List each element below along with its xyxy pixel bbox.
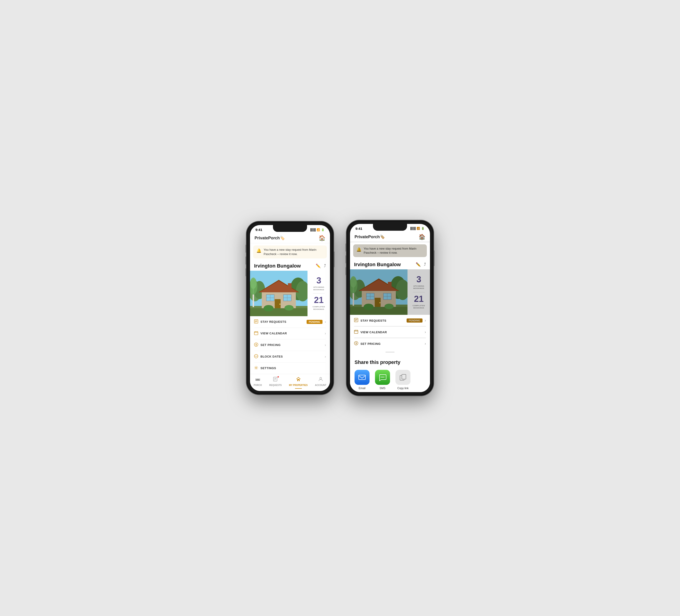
wifi-icon-2: 📶 bbox=[417, 227, 420, 230]
notch-2 bbox=[373, 224, 407, 231]
stats-overlay-2: 3 UPCOMINGBOOKINGS 21 COMPLETEDBOOKINGS bbox=[407, 269, 430, 315]
my-properties-nav-icon bbox=[296, 376, 301, 383]
stat-divider-2 bbox=[413, 292, 425, 292]
home-icon-button-2[interactable]: 🏠 bbox=[419, 234, 425, 240]
phones-container: 9:41 ▐▐▐ 📶 🔋 PrivatePorch🏷️ 🏠 bbox=[247, 221, 433, 395]
share-option-copy[interactable]: Copy link bbox=[395, 370, 410, 390]
pending-badge: PENDING bbox=[307, 320, 322, 324]
nav-account[interactable]: ACCOUNT bbox=[315, 376, 327, 386]
bell-icon: 🔔 bbox=[256, 248, 261, 254]
notification-text: You have a new stay request from Marin P… bbox=[264, 248, 323, 256]
stat-divider bbox=[313, 293, 325, 293]
phone-1-screen: 9:41 ▐▐▐ 📶 🔋 PrivatePorch🏷️ 🏠 bbox=[250, 225, 330, 391]
svg-point-20 bbox=[285, 305, 294, 310]
nav-my-properties[interactable]: MY PROPERTIES bbox=[289, 376, 308, 386]
status-icons-2: ▐▐▐ 📶 🔋 bbox=[409, 227, 425, 230]
svg-rect-87 bbox=[402, 374, 406, 379]
property-image-wrap: 3 UPCOMINGBOOKINGS 21 COMPLETEDBOOKINGS bbox=[250, 271, 330, 316]
bottom-nav: PORCH REQUESTS MY PROPERTIES bbox=[250, 374, 330, 391]
share-icon-2[interactable]: ⤴ bbox=[424, 262, 426, 267]
battery-icon: 🔋 bbox=[321, 228, 324, 231]
notch bbox=[273, 225, 307, 232]
menu-item-settings[interactable]: SETTINGS bbox=[254, 363, 326, 374]
svg-rect-37 bbox=[256, 380, 260, 381]
share-sheet-title: Share this property bbox=[355, 359, 425, 365]
share-option-sms[interactable]: SMS bbox=[375, 370, 390, 390]
svg-rect-82 bbox=[359, 375, 365, 380]
completed-label-2: COMPLETEDBOOKINGS bbox=[413, 305, 425, 309]
upcoming-number-2: 3 bbox=[416, 275, 421, 284]
svg-rect-76 bbox=[354, 330, 358, 333]
svg-rect-39 bbox=[255, 379, 256, 381]
svg-rect-66 bbox=[388, 282, 392, 291]
share-sheet: Share this property Email bbox=[350, 352, 430, 392]
app-header-2: PrivatePorch🏷️ 🏠 bbox=[350, 231, 430, 242]
menu-item-set-pricing[interactable]: $ SET PRICING › bbox=[254, 339, 326, 351]
stay-requests-icon-2 bbox=[354, 318, 361, 323]
chevron-icon-2a: › bbox=[425, 318, 426, 323]
menu-item-view-calendar[interactable]: VIEW CALENDAR › bbox=[254, 328, 326, 339]
porch-nav-label: PORCH bbox=[254, 384, 262, 386]
phone-2-screen: 9:41 ▐▐▐ 📶 🔋 PrivatePorch🏷️ 🏠 bbox=[350, 224, 430, 392]
svg-rect-46 bbox=[298, 380, 299, 381]
menu-item-block-dates[interactable]: BLOCK DATES › bbox=[254, 351, 326, 363]
set-pricing-label: SET PRICING bbox=[260, 343, 325, 347]
home-icon-button[interactable]: 🏠 bbox=[319, 235, 325, 241]
app-logo-2: PrivatePorch🏷️ bbox=[355, 234, 385, 240]
edit-icon-2[interactable]: ✏️ bbox=[416, 262, 421, 267]
svg-rect-54 bbox=[350, 307, 407, 315]
phone-2-frame: 9:41 ▐▐▐ 📶 🔋 PrivatePorch🏷️ 🏠 bbox=[347, 221, 433, 395]
status-icons: ▐▐▐ 📶 🔋 bbox=[310, 228, 324, 231]
svg-point-85 bbox=[384, 376, 384, 377]
upcoming-label: UPCOMINGBOOKINGS bbox=[313, 286, 324, 291]
svg-rect-40 bbox=[259, 379, 260, 381]
edit-icon[interactable]: ✏️ bbox=[316, 263, 321, 269]
porch-nav-icon bbox=[255, 376, 260, 383]
phone-2-background: 9:41 ▐▐▐ 📶 🔋 PrivatePorch🏷️ 🏠 bbox=[350, 224, 430, 349]
menu-item-stay-requests[interactable]: STAY REQUESTS PENDING › bbox=[254, 316, 326, 328]
menu-item-stay-requests-2[interactable]: STAY REQUESTS PENDING › bbox=[354, 315, 426, 327]
nav-porch[interactable]: PORCH bbox=[254, 376, 262, 386]
bell-icon-2: 🔔 bbox=[357, 247, 361, 253]
account-nav-icon bbox=[318, 376, 323, 383]
requests-nav-icon bbox=[273, 376, 278, 383]
signal-icon-2: ▐▐▐ bbox=[409, 227, 416, 230]
svg-point-36 bbox=[255, 367, 257, 368]
account-nav-label: ACCOUNT bbox=[315, 384, 327, 386]
wifi-icon: 📶 bbox=[317, 228, 320, 231]
requests-badge bbox=[277, 376, 279, 378]
property-title-row-2: Irvington Bungalow ✏️ ⤴ bbox=[350, 259, 430, 269]
settings-icon bbox=[254, 366, 260, 371]
svg-point-23 bbox=[250, 278, 257, 289]
stats-overlay: 3 UPCOMINGBOOKINGS 21 COMPLETEDBOOKINGS bbox=[308, 271, 330, 316]
signal-icon: ▐▐▐ bbox=[310, 228, 315, 231]
settings-label: SETTINGS bbox=[260, 366, 326, 370]
nav-requests[interactable]: REQUESTS bbox=[269, 376, 282, 386]
svg-rect-6 bbox=[250, 308, 308, 316]
notification-bar[interactable]: 🔔 You have a new stay request from Marin… bbox=[253, 246, 327, 258]
set-pricing-label-2: SET PRICING bbox=[361, 342, 425, 345]
sheet-handle bbox=[386, 352, 395, 353]
svg-rect-18 bbox=[288, 283, 291, 292]
sms-share-label: SMS bbox=[379, 387, 386, 390]
phone-1: 9:41 ▐▐▐ 📶 🔋 PrivatePorch🏷️ 🏠 bbox=[247, 222, 333, 394]
share-sheet-content: Share this property Email bbox=[350, 355, 430, 392]
property-image-2 bbox=[350, 269, 407, 315]
app-header: PrivatePorch🏷️ 🏠 bbox=[250, 232, 330, 243]
share-options: Email SMS bbox=[355, 370, 425, 390]
calendar-icon bbox=[254, 331, 260, 336]
requests-nav-label: REQUESTS bbox=[269, 384, 282, 386]
phone-2: 9:41 ▐▐▐ 📶 🔋 PrivatePorch🏷️ 🏠 bbox=[347, 221, 433, 395]
pricing-icon: $ bbox=[254, 342, 260, 347]
share-option-email[interactable]: Email bbox=[355, 370, 370, 390]
completed-label: COMPLETEDBOOKINGS bbox=[312, 306, 325, 310]
menu-item-set-pricing-2[interactable]: $ SET PRICING › bbox=[354, 338, 426, 349]
menu-item-view-calendar-2[interactable]: VIEW CALENDAR › bbox=[354, 327, 426, 338]
notification-bar-2[interactable]: 🔔 You have a new stay request from Marin… bbox=[353, 244, 427, 257]
stay-requests-label: STAY REQUESTS bbox=[260, 320, 307, 324]
app-logo: PrivatePorch🏷️ bbox=[255, 235, 285, 241]
upcoming-number: 3 bbox=[316, 276, 321, 285]
svg-text:$: $ bbox=[356, 342, 357, 344]
svg-point-67 bbox=[364, 304, 374, 310]
share-icon[interactable]: ⤴ bbox=[324, 263, 326, 269]
